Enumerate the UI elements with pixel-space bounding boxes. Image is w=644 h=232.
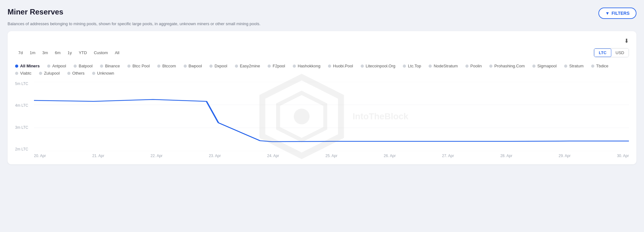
page-title: Miner Reserves (8, 8, 63, 16)
x-axis-label: 23. Apr (209, 154, 221, 158)
legend-label: Btccom (162, 64, 176, 68)
legend-dot (361, 65, 364, 68)
filters-label: FILTERS (612, 11, 630, 16)
legend-label: Others (72, 71, 85, 76)
legend-item[interactable]: Hashokkong (293, 64, 320, 68)
y-axis: 5m LTC4m LTC3m LTC2m LTC (15, 82, 34, 151)
legend-item[interactable]: Poolin (465, 64, 482, 68)
legend-item[interactable]: NodeStratum (429, 64, 458, 68)
filter-icon: ▼ (605, 11, 610, 16)
legend-dot (47, 65, 50, 68)
legend-item[interactable]: Tbdice (591, 64, 608, 68)
card-toolbar: ⬇ (15, 37, 629, 44)
x-axis-label: 21. Apr (92, 154, 104, 158)
x-axis-label: 27. Apr (442, 154, 454, 158)
download-icon[interactable]: ⬇ (624, 37, 629, 44)
legend-label: Tbdice (596, 64, 608, 68)
legend-item[interactable]: Unknown (92, 71, 114, 76)
legend-dot (532, 65, 536, 68)
legend-item[interactable]: All Miners (15, 64, 40, 68)
legend-item[interactable]: Btccom (157, 64, 176, 68)
currency-ltc-btn[interactable]: LTC (594, 48, 611, 57)
legend-label: Unknown (97, 71, 114, 76)
legend-label: Litecoinpool.Org (366, 64, 396, 68)
x-axis-label: 22. Apr (151, 154, 163, 158)
legend-label: Batpool (79, 64, 92, 68)
x-axis-label: 26. Apr (384, 154, 396, 158)
chart-card: ⬇ 7d 1m 3m 6m 1y YTD Custom All LTC USD … (8, 31, 636, 164)
legend-label: Huobi.Pool (333, 64, 353, 68)
legend-dot (74, 65, 77, 68)
legend-dot (157, 65, 160, 68)
legend-item[interactable]: Dxpool (209, 64, 227, 68)
legend-item[interactable]: Antpool (47, 64, 66, 68)
legend-dot (67, 72, 70, 75)
legend-dot (403, 65, 406, 68)
legend-label: All Miners (20, 64, 40, 68)
time-btn-ytd[interactable]: YTD (75, 49, 90, 57)
chart-svg (34, 82, 629, 151)
legend-dot (328, 65, 331, 68)
legend-item[interactable]: Sigmapool (532, 64, 557, 68)
legend-label: Stratum (569, 64, 584, 68)
legend-item[interactable]: Easy2mine (235, 64, 260, 68)
time-buttons-group: 7d 1m 3m 6m 1y YTD Custom All (15, 49, 123, 57)
legend-label: Viabtc (20, 71, 31, 76)
y-axis-label: 5m LTC (15, 82, 34, 86)
chart-plot: IntoTheBlock (34, 82, 629, 151)
time-btn-1y[interactable]: 1y (64, 49, 75, 57)
legend-dot (92, 72, 95, 75)
legend-item[interactable]: Btcc Pool (127, 64, 150, 68)
legend-label: Prohashing.Com (494, 64, 525, 68)
legend-label: F2pool (273, 64, 285, 68)
chart-legend: All MinersAntpoolBatpoolBinanceBtcc Pool… (15, 64, 629, 76)
x-axis-label: 25. Apr (325, 154, 337, 158)
legend-dot (15, 65, 18, 68)
legend-item[interactable]: Zulupool (39, 71, 60, 76)
legend-dot (39, 72, 42, 75)
x-axis-label: 20. Apr (34, 154, 46, 158)
legend-label: Dxpool (214, 64, 227, 68)
legend-dot (235, 65, 238, 68)
legend-dot (209, 65, 213, 68)
y-axis-label: 3m LTC (15, 126, 34, 129)
legend-label: Btcc Pool (132, 64, 150, 68)
legend-item[interactable]: Stratum (564, 64, 584, 68)
filters-button[interactable]: ▼ FILTERS (598, 8, 636, 19)
legend-dot (429, 65, 432, 68)
time-btn-custom[interactable]: Custom (91, 49, 111, 57)
x-axis-label: 24. Apr (267, 154, 279, 158)
legend-item[interactable]: Binance (100, 64, 120, 68)
legend-item[interactable]: Viabtc (15, 71, 31, 76)
chart-area: 5m LTC4m LTC3m LTC2m LTC IntoTheBlock (15, 82, 629, 151)
currency-usd-btn[interactable]: USD (611, 48, 629, 57)
legend-dot (15, 72, 18, 75)
legend-dot (293, 65, 296, 68)
legend-label: Sigmapool (537, 64, 557, 68)
legend-dot (465, 65, 469, 68)
legend-dot (591, 65, 594, 68)
legend-dot (564, 65, 567, 68)
time-btn-1m[interactable]: 1m (26, 49, 38, 57)
legend-dot (268, 65, 271, 68)
legend-item[interactable]: F2pool (268, 64, 285, 68)
legend-item[interactable]: Bwpool (184, 64, 202, 68)
legend-label: Bwpool (189, 64, 202, 68)
time-btn-all[interactable]: All (112, 49, 122, 57)
legend-item[interactable]: Others (67, 71, 85, 76)
legend-item[interactable]: Litecoinpool.Org (361, 64, 396, 68)
legend-item[interactable]: Batpool (74, 64, 92, 68)
time-btn-3m[interactable]: 3m (39, 49, 51, 57)
time-btn-7d[interactable]: 7d (15, 49, 26, 57)
legend-item[interactable]: Prohashing.Com (489, 64, 525, 68)
page-subtitle: Balances of addresses belonging to minin… (8, 21, 636, 26)
legend-item[interactable]: Ltc.Top (403, 64, 421, 68)
legend-label: NodeStratum (434, 64, 458, 68)
legend-label: Poolin (470, 64, 482, 68)
legend-item[interactable]: Huobi.Pool (328, 64, 353, 68)
legend-dot (127, 65, 130, 68)
x-axis: 20. Apr21. Apr22. Apr23. Apr24. Apr25. A… (15, 154, 629, 158)
y-axis-label: 4m LTC (15, 104, 34, 107)
time-btn-6m[interactable]: 6m (52, 49, 64, 57)
y-axis-label: 2m LTC (15, 147, 34, 151)
